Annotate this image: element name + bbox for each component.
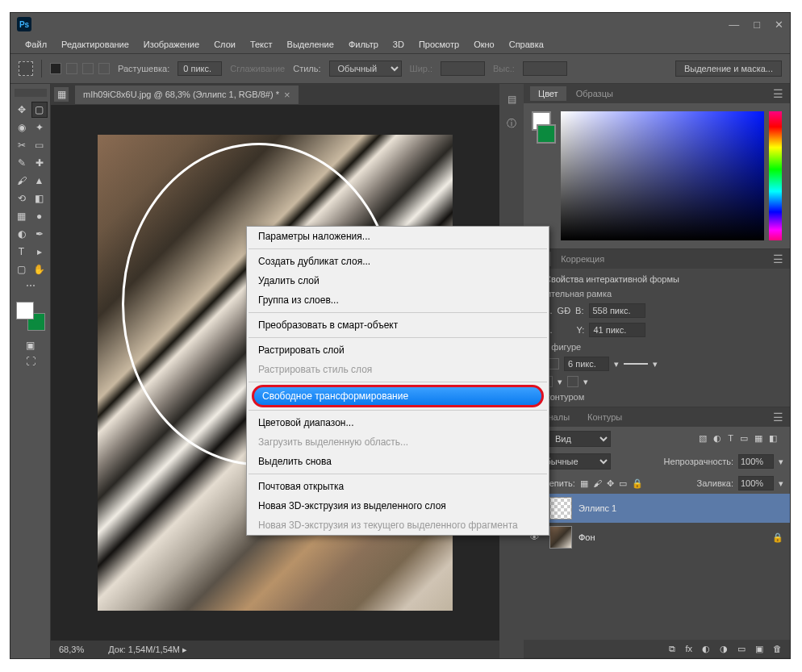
tab-swatches[interactable]: Образцы xyxy=(568,86,621,101)
stroke-style-preview[interactable] xyxy=(624,363,648,365)
properties-panel-menu-icon[interactable]: ☰ xyxy=(773,253,783,265)
layer-name[interactable]: Фон xyxy=(579,532,595,542)
context-menu-item[interactable]: Новая 3D-экструзия из выделенного слоя xyxy=(247,496,549,515)
lock-trans-icon[interactable]: ▦ xyxy=(580,478,588,489)
link-layers-icon[interactable]: ⧉ xyxy=(669,644,675,654)
stroke-swatch[interactable] xyxy=(548,358,559,369)
toolbox-grip[interactable] xyxy=(15,89,47,97)
intersect-selection-icon[interactable] xyxy=(98,63,110,74)
window-close-button[interactable]: ✕ xyxy=(775,19,783,31)
menu-help[interactable]: Справка xyxy=(503,38,550,51)
screenmode-tool[interactable]: ⛶ xyxy=(23,353,39,369)
path-select-tool[interactable]: ▸ xyxy=(31,244,48,260)
menu-select[interactable]: Выделение xyxy=(281,38,340,51)
fill-dropdown-icon[interactable]: ▾ xyxy=(779,478,783,489)
context-menu-item[interactable]: Создать дубликат слоя... xyxy=(247,252,549,271)
brush-tool[interactable]: 🖌 xyxy=(14,173,30,189)
lock-paint-icon[interactable]: 🖌 xyxy=(593,478,602,488)
link-wh-icon[interactable]: GĐ xyxy=(558,306,571,315)
fill-input[interactable] xyxy=(738,476,774,490)
filter-type-icon[interactable]: T xyxy=(728,433,733,444)
layer-item[interactable]: 👁 Эллипс 1 xyxy=(524,494,790,523)
color-panel-menu-icon[interactable]: ☰ xyxy=(773,87,783,100)
shape-tool[interactable]: ▢ xyxy=(14,261,30,278)
arrange-docs-icon[interactable]: ▦ xyxy=(54,87,69,102)
color-picker-field[interactable] xyxy=(561,111,764,240)
menu-edit[interactable]: Редактирование xyxy=(55,38,136,51)
menu-3d[interactable]: 3D xyxy=(386,38,411,51)
menu-text[interactable]: Текст xyxy=(244,38,279,51)
style-select[interactable]: Обычный xyxy=(329,61,402,77)
more-tool[interactable]: ⋯ xyxy=(23,278,39,294)
eraser-tool[interactable]: ◧ xyxy=(31,190,48,207)
blur-tool[interactable]: ● xyxy=(31,208,48,224)
group-icon[interactable]: ▭ xyxy=(737,644,746,654)
context-menu-item[interactable]: Группа из слоев... xyxy=(247,290,549,310)
crop-tool[interactable]: ✂ xyxy=(14,137,30,153)
new-layer-icon[interactable]: ▣ xyxy=(755,644,763,654)
context-menu-item[interactable]: Свободное трансформирование xyxy=(252,385,544,407)
context-menu-item[interactable]: Преобразовать в смарт-объект xyxy=(247,315,549,335)
y-input[interactable] xyxy=(589,323,645,337)
lock-pos-icon[interactable]: ✥ xyxy=(607,478,614,489)
panel-color-swatch[interactable] xyxy=(532,111,556,240)
info-dock-icon[interactable]: ⓘ xyxy=(503,115,520,132)
frame-tool[interactable]: ▭ xyxy=(31,137,48,153)
menu-filter[interactable]: Фильтр xyxy=(342,38,385,51)
subtract-selection-icon[interactable] xyxy=(82,63,94,74)
layer-thumb[interactable] xyxy=(549,526,572,549)
zoom-value[interactable]: 68,3% xyxy=(59,645,84,654)
window-maximize-button[interactable]: □ xyxy=(754,19,760,31)
context-menu-item[interactable]: Цветовой диапазон... xyxy=(247,413,549,432)
hand-tool[interactable]: ✋ xyxy=(31,261,48,278)
layer-filter-select[interactable]: Вид xyxy=(546,431,611,447)
tab-color[interactable]: Цвет xyxy=(530,86,566,101)
lock-icon[interactable]: 🔒 xyxy=(772,532,783,543)
lock-artboard-icon[interactable]: ▭ xyxy=(619,478,627,489)
filter-toggle-icon[interactable]: ◧ xyxy=(769,433,777,444)
menu-image[interactable]: Изображение xyxy=(137,38,206,51)
filter-image-icon[interactable]: ▧ xyxy=(699,433,707,444)
opacity-dropdown-icon[interactable]: ▾ xyxy=(779,457,783,467)
document-tab[interactable]: mIh09iC8x6U.jpg @ 68,3% (Эллипс 1, RGB/8… xyxy=(75,86,299,104)
hue-slider[interactable] xyxy=(769,111,782,240)
feather-input[interactable] xyxy=(178,61,222,76)
stroke-style-dropdown[interactable]: ▾ xyxy=(653,359,658,369)
adjust-icon[interactable]: ◑ xyxy=(720,644,728,654)
context-menu-item[interactable]: Параметры наложения... xyxy=(247,227,549,246)
mask-icon[interactable]: ◐ xyxy=(702,644,710,654)
layer-item[interactable]: 👁 Фон 🔒 xyxy=(524,523,790,552)
stroke-width-input[interactable] xyxy=(564,357,609,371)
w-input[interactable] xyxy=(589,303,645,318)
tab-paths[interactable]: Контуры xyxy=(579,410,630,424)
quickmask-tool[interactable]: ▣ xyxy=(23,337,39,353)
menu-window[interactable]: Окно xyxy=(467,38,501,51)
gradient-tool[interactable]: ▦ xyxy=(14,208,30,224)
corner-icon[interactable] xyxy=(567,376,579,387)
history-dock-icon[interactable]: ▤ xyxy=(503,90,520,108)
foreground-color-swatch[interactable] xyxy=(16,302,34,319)
layer-thumb[interactable] xyxy=(549,497,572,520)
color-swatch[interactable] xyxy=(16,302,45,331)
menu-layers[interactable]: Слои xyxy=(207,38,242,51)
marquee-tool[interactable]: ▢ xyxy=(31,102,48,118)
filter-adjust-icon[interactable]: ◐ xyxy=(713,433,721,444)
panel-background-swatch[interactable] xyxy=(537,124,556,144)
context-menu-item[interactable]: Почтовая открытка xyxy=(247,477,549,496)
select-and-mask-button[interactable]: Выделение и маска... xyxy=(675,61,782,77)
healing-tool[interactable]: ✚ xyxy=(31,155,48,171)
pen-tool[interactable]: ✒ xyxy=(31,226,48,242)
stamp-tool[interactable]: ▲ xyxy=(31,173,48,189)
filter-shape-icon[interactable]: ▭ xyxy=(740,433,748,444)
history-brush-tool[interactable]: ⟲ xyxy=(14,190,30,207)
eyedropper-tool[interactable]: ✎ xyxy=(14,155,30,171)
move-tool[interactable]: ✥ xyxy=(14,102,30,118)
new-selection-icon[interactable] xyxy=(50,63,61,74)
document-tab-close-icon[interactable]: × xyxy=(284,89,290,101)
trash-icon[interactable]: 🗑 xyxy=(773,644,782,653)
add-selection-icon[interactable] xyxy=(66,63,77,74)
filter-smart-icon[interactable]: ▦ xyxy=(754,433,762,444)
context-menu-item[interactable]: Растрировать слой xyxy=(247,340,549,360)
tab-correction[interactable]: Коррекция xyxy=(553,252,612,266)
context-menu-item[interactable]: Выделить снова xyxy=(247,452,549,471)
